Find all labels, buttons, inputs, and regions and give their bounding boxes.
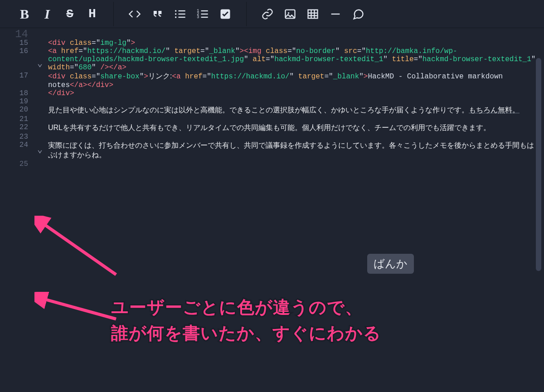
svg-text:3: 3	[197, 15, 199, 19]
line-number: 23	[0, 133, 33, 141]
svg-point-14	[288, 12, 290, 14]
code-editor[interactable]: 14 15 <div class="img-lg"> 16 <a href="h…	[0, 28, 544, 392]
strike-button[interactable]: S	[59, 3, 81, 25]
comment-button[interactable]	[347, 3, 369, 25]
line-number: 25	[0, 160, 33, 168]
scrollbar-thumb[interactable]	[536, 58, 541, 271]
code-line[interactable]: 見た目や使い心地はシンプルなのに実は以外と高機能。できることの選択肢が幅広く、か…	[38, 106, 544, 115]
line-number: 16	[0, 47, 33, 55]
svg-rect-15	[308, 10, 318, 18]
code-line[interactable]: 実際にぼくは、打ち合わせのさいに参加メンバーで共有し、共同で議事録を作成するよう…	[38, 141, 544, 160]
line-number: 14	[0, 28, 33, 40]
line-number: 17	[0, 72, 33, 80]
user-name-tooltip: ばんか	[367, 254, 414, 274]
link-button[interactable]	[257, 3, 278, 25]
fold-chevron-icon[interactable]: ⌄	[37, 58, 43, 69]
code-line[interactable]	[38, 115, 544, 123]
table-button[interactable]	[302, 3, 324, 25]
line-number: 20	[0, 106, 33, 114]
code-line[interactable]: <a href="https://hackmd.io/" target="_bl…	[38, 47, 544, 72]
code-line[interactable]	[38, 133, 544, 141]
ul-button[interactable]	[169, 3, 191, 25]
fold-chevron-icon[interactable]: ⌄	[37, 144, 43, 155]
image-button[interactable]	[279, 3, 301, 25]
task-list-button[interactable]	[214, 3, 236, 25]
editor-toolbar: B I S H 123	[0, 0, 544, 28]
code-line[interactable]: </div>	[38, 89, 544, 97]
code-line[interactable]: <div class="img-lg">	[38, 39, 544, 47]
line-number: 21	[0, 115, 33, 123]
heading-button[interactable]: H	[82, 3, 103, 25]
bold-button[interactable]: B	[14, 3, 35, 25]
ol-button[interactable]: 123	[192, 3, 214, 25]
svg-point-0	[175, 10, 177, 12]
line-number: 19	[0, 97, 33, 106]
line-number: 24	[0, 141, 33, 149]
quote-button[interactable]	[146, 3, 168, 25]
code-button[interactable]	[124, 3, 146, 25]
line-number: 22	[0, 123, 33, 131]
italic-button[interactable]: I	[36, 3, 58, 25]
code-line[interactable]	[38, 97, 544, 106]
svg-point-4	[175, 16, 177, 18]
svg-point-2	[175, 13, 177, 15]
hr-button[interactable]	[325, 3, 346, 25]
editor-scrollbar[interactable]	[535, 58, 542, 390]
line-number: 18	[0, 89, 33, 97]
code-line[interactable]: URLを共有するだけで他人と共有もでき、リアルタイムでの共同編集も可能。個人利用…	[38, 123, 544, 133]
code-line[interactable]: <div class="share-box">リンク:<a href="http…	[38, 72, 544, 89]
